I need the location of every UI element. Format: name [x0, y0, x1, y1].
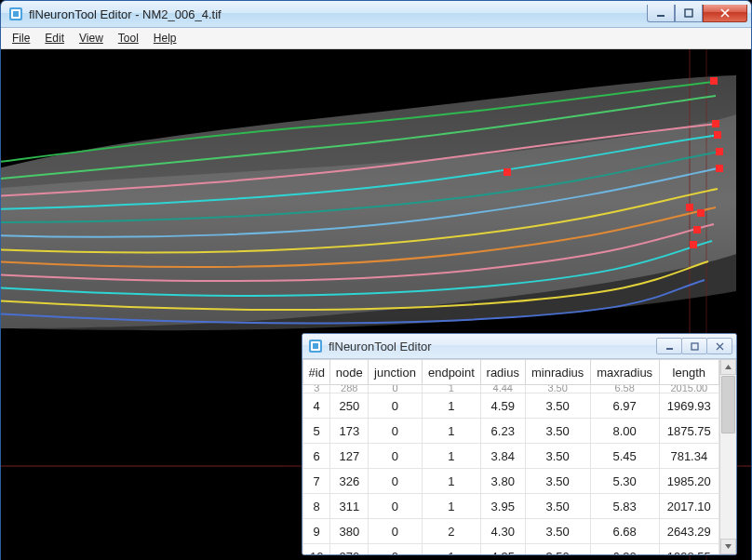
table-row[interactable]: 6127013.843.505.45781.34	[303, 444, 719, 469]
maximize-icon	[691, 342, 699, 351]
cell-minradius: 3.50	[525, 494, 590, 519]
cell-length: 1875.75	[659, 419, 718, 444]
cell-node: 326	[330, 469, 369, 494]
svg-rect-4	[685, 9, 692, 17]
cell-node: 380	[330, 519, 369, 544]
cell-maxradius: 5.45	[590, 444, 659, 469]
cell-id: 6	[303, 444, 330, 469]
menu-tool[interactable]: Tool	[113, 30, 144, 47]
col-minradius[interactable]: minradius	[525, 360, 590, 385]
cell-maxradius: 6.68	[590, 519, 659, 544]
endpoint-marker[interactable]	[712, 120, 719, 127]
cell-length: 781.34	[659, 444, 718, 469]
endpoint-marker[interactable]	[504, 168, 511, 176]
col-length[interactable]: length	[659, 360, 718, 385]
table-row[interactable]: 7326013.803.505.301985.20	[303, 469, 719, 494]
neuron-data-table[interactable]: #id node junction endpoint radius minrad…	[302, 359, 719, 555]
svg-rect-9	[313, 343, 318, 349]
cell-length: 1985.20	[659, 469, 718, 494]
menu-help[interactable]: Help	[148, 30, 182, 47]
cell-id: 8	[303, 494, 330, 519]
col-radius[interactable]: radius	[480, 360, 525, 385]
cell-endpoint: 1	[422, 494, 480, 519]
child-close-button[interactable]	[706, 338, 732, 354]
minimize-icon	[665, 342, 674, 351]
cell-junction: 0	[369, 444, 423, 469]
chevron-up-icon	[725, 365, 732, 369]
scroll-up-button[interactable]	[720, 359, 736, 375]
child-minimize-button[interactable]	[656, 338, 682, 354]
table-row[interactable]: 4250014.593.506.971969.93	[303, 393, 719, 419]
cell-junction: 0	[369, 419, 423, 444]
cell-minradius: 3.50	[525, 444, 590, 469]
cell-length: 2643.29	[659, 519, 718, 544]
table-row[interactable]: 10270014.353.506.321998.55	[303, 544, 719, 556]
cell-length: 1969.93	[659, 393, 718, 419]
col-junction[interactable]: junction	[369, 360, 423, 385]
scroll-down-button[interactable]	[720, 539, 736, 554]
menu-bar: File Edit View Tool Help	[1, 28, 751, 49]
endpoint-marker[interactable]	[697, 209, 705, 217]
close-icon	[720, 8, 730, 18]
data-table-window[interactable]: flNeuronTool Editor #id node junction en…	[302, 333, 737, 555]
cell-maxradius: 5.83	[590, 494, 659, 519]
col-endpoint[interactable]: endpoint	[422, 360, 480, 385]
svg-rect-3	[657, 15, 665, 17]
main-window-title: flNeuronTool Editor - NM2_006_4.tif	[29, 7, 647, 21]
cell-node: 250	[330, 393, 369, 419]
cell-id: 4	[303, 393, 330, 419]
scroll-thumb[interactable]	[721, 376, 735, 433]
cell-node: 127	[330, 444, 369, 469]
table-scrollbar[interactable]	[719, 359, 736, 554]
cell-junction: 0	[369, 393, 423, 419]
maximize-button[interactable]	[675, 5, 703, 22]
svg-rect-11	[692, 343, 698, 350]
endpoint-marker[interactable]	[693, 226, 701, 233]
app-icon	[8, 7, 23, 21]
cell-length: 1998.55	[659, 544, 718, 556]
table-row[interactable]: 5173016.233.508.001875.75	[303, 419, 719, 444]
table-row[interactable]: 8311013.953.505.832017.10	[303, 494, 719, 519]
cell-maxradius: 6.32	[590, 544, 659, 556]
app-icon	[308, 339, 323, 353]
endpoint-marker[interactable]	[686, 204, 693, 211]
child-maximize-button[interactable]	[681, 338, 707, 354]
svg-marker-15	[725, 544, 732, 549]
main-titlebar[interactable]: flNeuronTool Editor - NM2_006_4.tif	[1, 1, 751, 28]
cell-radius: 4.35	[480, 544, 525, 556]
menu-file[interactable]: File	[7, 30, 35, 47]
cell-radius: 3.84	[480, 444, 525, 469]
minimize-button[interactable]	[647, 5, 675, 22]
col-node[interactable]: node	[330, 360, 369, 385]
close-icon	[716, 342, 724, 351]
cell-endpoint: 2	[422, 519, 480, 544]
col-id[interactable]: #id	[303, 360, 330, 385]
cell-maxradius: 8.00	[590, 419, 659, 444]
endpoint-marker[interactable]	[710, 77, 718, 85]
cell-node: 270	[330, 544, 369, 556]
maximize-icon	[684, 8, 693, 18]
endpoint-marker[interactable]	[714, 131, 721, 139]
endpoint-marker[interactable]	[690, 241, 697, 248]
svg-rect-2	[13, 11, 19, 17]
cell-node: 173	[330, 419, 369, 444]
menu-view[interactable]: View	[74, 30, 109, 47]
cell-maxradius: 5.30	[590, 469, 659, 494]
cell-minradius: 3.50	[525, 419, 590, 444]
table-row[interactable]: 9380024.303.506.682643.29	[303, 519, 719, 544]
cell-endpoint: 1	[422, 393, 480, 419]
cell-minradius: 3.50	[525, 544, 590, 556]
menu-edit[interactable]: Edit	[39, 30, 70, 47]
endpoint-marker[interactable]	[716, 148, 723, 155]
cell-radius: 4.59	[480, 393, 525, 419]
cell-junction: 0	[369, 469, 423, 494]
cell-id: 5	[303, 419, 330, 444]
cell-junction: 0	[369, 544, 423, 556]
table-row-truncated[interactable]: 3 288 0 1 4.44 3.50 6.58 2015.00	[303, 385, 719, 393]
close-button[interactable]	[703, 5, 747, 22]
col-maxradius[interactable]: maxradius	[590, 360, 659, 385]
cell-minradius: 3.50	[525, 469, 590, 494]
cell-endpoint: 1	[422, 444, 480, 469]
endpoint-marker[interactable]	[716, 165, 723, 172]
child-titlebar[interactable]: flNeuronTool Editor	[302, 334, 736, 359]
